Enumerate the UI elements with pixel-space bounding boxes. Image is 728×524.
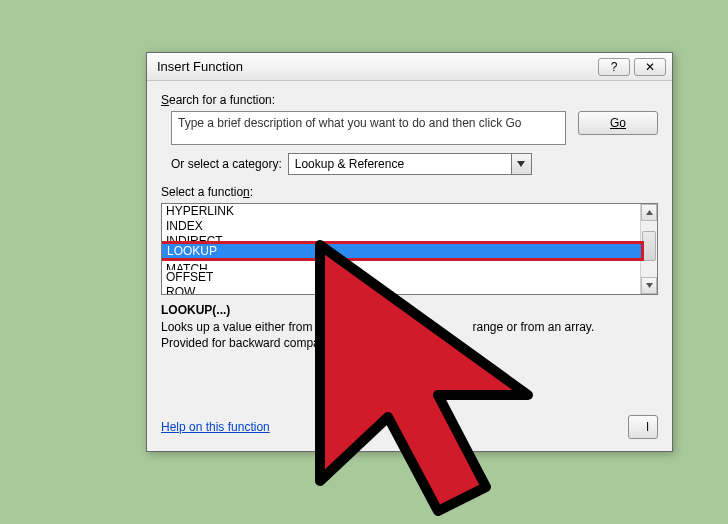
list-item[interactable]: OFFSET	[162, 270, 640, 285]
search-input[interactable]: Type a brief description of what you wan…	[171, 111, 566, 145]
function-listbox-wrap: HYPERLINK INDEX INDIRECT MATCH OFFSET RO…	[161, 203, 658, 295]
description-text: Looks up a value either from a one range…	[161, 319, 641, 351]
dialog-content: Search for a function: Type a brief desc…	[147, 81, 672, 359]
svg-marker-2	[646, 283, 653, 288]
description-block: LOOKUP(...) Looks up a value either from…	[161, 303, 658, 351]
cancel-button[interactable]: l	[628, 415, 658, 439]
titlebar: Insert Function ? ✕	[147, 53, 672, 81]
scroll-down-button[interactable]	[641, 277, 657, 294]
list-item[interactable]: INDEX	[162, 219, 640, 234]
description-title: LOOKUP(...)	[161, 303, 658, 317]
category-row: Or select a category: Lookup & Reference	[171, 153, 658, 175]
list-item[interactable]: HYPERLINK	[162, 204, 640, 219]
category-label: Or select a category:	[171, 157, 282, 171]
function-listbox[interactable]: HYPERLINK INDEX INDIRECT MATCH OFFSET RO…	[161, 203, 658, 295]
category-value: Lookup & Reference	[295, 157, 404, 171]
chevron-down-icon	[511, 154, 531, 174]
close-button[interactable]: ✕	[634, 58, 666, 76]
list-item[interactable]: ROW	[162, 285, 640, 295]
go-button[interactable]: Go	[578, 111, 658, 135]
list-item[interactable]: MATCH	[162, 262, 640, 270]
list-item-selected[interactable]: LOOKUP	[161, 241, 644, 261]
dialog-title: Insert Function	[157, 59, 594, 74]
insert-function-dialog: Insert Function ? ✕ Search for a functio…	[146, 52, 673, 452]
search-row: Type a brief description of what you wan…	[171, 111, 658, 145]
close-icon: ✕	[645, 60, 655, 74]
help-button[interactable]: ?	[598, 58, 630, 76]
category-combo[interactable]: Lookup & Reference	[288, 153, 532, 175]
svg-marker-0	[517, 161, 525, 167]
dialog-footer: Help on this function OK l	[161, 415, 658, 439]
scroll-up-button[interactable]	[641, 204, 657, 221]
help-link[interactable]: Help on this function	[161, 420, 270, 434]
scroll-thumb[interactable]	[642, 231, 656, 261]
search-label: Search for a function:	[161, 93, 658, 107]
svg-marker-1	[646, 210, 653, 215]
function-list-label: Select a function:	[161, 185, 658, 199]
help-icon: ?	[611, 60, 618, 74]
